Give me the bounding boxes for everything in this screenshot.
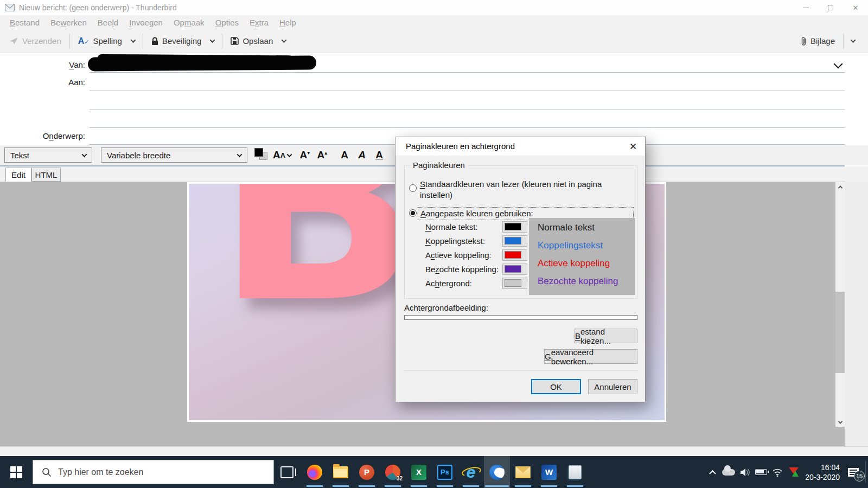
italic-button[interactable]: A [354,147,370,163]
action-center-button[interactable]: 15 [845,456,861,488]
decrease-font-size-button[interactable]: A▾ [297,147,312,163]
wifi-icon [772,468,783,477]
font-size-icon: A [273,149,280,161]
background-image-input[interactable] [404,315,637,320]
taskbar-app-powerpoint[interactable]: P [354,456,380,488]
link-text-color-button[interactable] [502,235,527,247]
attachment-button[interactable]: Bijlage [796,33,840,49]
paragraph-style-select[interactable]: Tekst [4,147,92,163]
tray-volume[interactable] [737,456,753,488]
radio-custom-colors[interactable] [409,209,417,217]
close-button[interactable]: ✕ [843,0,868,15]
tray-expand-button[interactable] [704,456,720,488]
choose-file-button[interactable]: Bestand kiezen... [575,329,637,343]
bold-button[interactable]: A [336,147,353,163]
background-color-button[interactable] [502,278,527,289]
security-dropdown[interactable] [206,36,219,46]
text-color-swatch[interactable] [254,148,263,157]
taskbar-search[interactable] [33,460,274,484]
recipient-field[interactable] [90,110,845,110]
taskbar-app-word[interactable]: W [536,456,562,488]
menu-bewerken[interactable]: Bewerken [45,17,92,28]
taskbar-app-firefox[interactable] [302,456,328,488]
vertical-scrollbar[interactable] [835,182,845,427]
send-button[interactable]: Verzenden [4,33,66,49]
radio-default-colors-label[interactable]: Standaardkleuren van lezer (kleuren niet… [420,179,607,201]
taskbar-app-mail[interactable] [510,456,536,488]
scrollbar-thumb[interactable] [835,292,845,373]
taskbar-app-internet-explorer[interactable]: e [458,456,484,488]
show-desktop-separator[interactable] [865,461,866,483]
tray-antivirus[interactable] [786,456,802,488]
tray-battery[interactable] [753,456,769,488]
menu-help[interactable]: Help [274,17,302,28]
save-dropdown[interactable] [278,36,290,46]
taskbar-app-thunderbird-active[interactable] [484,456,510,488]
running-indicator [437,485,453,487]
radio-default-colors[interactable] [409,184,417,192]
save-button[interactable]: Opslaan [226,33,278,49]
photoshop-icon: Ps [437,465,452,480]
to-label: Aan: [0,78,85,87]
running-indicator [307,485,323,487]
from-field[interactable] [90,72,845,73]
window-controls: ✕ [793,0,868,15]
tab-edit[interactable]: Edit [5,168,31,182]
background-image-label: Achtergrondafbeelding: [404,303,488,312]
word-icon: W [541,465,557,480]
menu-bestand[interactable]: Bestand [4,17,45,28]
dialog-title: Paginakleuren en achtergrond [406,142,515,151]
color-swatch [505,237,521,245]
running-indicator [385,485,401,487]
active-link-color-button[interactable] [502,249,527,261]
minimize-button[interactable] [793,0,818,15]
from-dropdown-chevron-icon[interactable] [834,60,843,69]
preview-active-link: Actieve koppeling [538,258,610,269]
taskbar-app-excel[interactable]: X [406,456,432,488]
cancel-button[interactable]: Annuleren [588,379,637,394]
running-indicator [463,485,479,487]
menu-invoegen[interactable]: Invoegen [124,17,168,28]
spelling-dropdown[interactable] [127,36,139,46]
antivirus-icon [789,467,799,477]
taskbar-app-photoshop[interactable]: Ps [432,456,458,488]
start-button[interactable] [0,456,33,488]
close-icon: ✕ [629,141,637,152]
menu-beeld[interactable]: Beeld [92,17,124,28]
task-view-button[interactable] [274,456,300,488]
security-button[interactable]: Beveiliging [146,33,207,49]
scroll-up-button[interactable] [835,182,845,191]
menu-opmaak[interactable]: Opmaak [168,17,210,28]
dialog-close-button[interactable]: ✕ [624,139,642,154]
search-input[interactable] [58,467,253,477]
scroll-down-button[interactable] [835,418,845,427]
tray-clock[interactable]: 16:04 20-3-2020 [805,463,840,482]
menu-opties[interactable]: Opties [210,17,244,28]
tray-onedrive[interactable] [720,456,737,488]
window-right-gutter [845,182,868,446]
recipient-field[interactable] [90,127,845,128]
taskbar-app-paint32[interactable]: 32 [380,456,406,488]
font-select[interactable]: Variabele breedte [101,147,247,163]
to-field[interactable] [90,91,845,91]
tray-network[interactable] [769,456,786,488]
toolbar-separator [143,34,143,49]
tab-html[interactable]: HTML [31,168,61,182]
menu-extra[interactable]: Extra [244,17,274,28]
visited-link-color-button[interactable] [502,264,527,275]
underline-button[interactable]: A [371,147,387,163]
taskbar-app-notepad[interactable] [562,456,588,488]
running-indicator [567,485,583,487]
increase-font-size-button[interactable]: A▴ [315,147,330,163]
advanced-edit-button[interactable]: Geavanceerd bewerken... [544,349,637,364]
status-bar [0,446,868,456]
color-swatch [505,251,521,259]
spelling-button[interactable]: A✓ Spelling [73,33,127,49]
maximize-button[interactable] [818,0,843,15]
attachment-dropdown[interactable] [847,36,859,46]
normal-text-color-button[interactable] [502,221,527,233]
color-preview-panel: Normale tekst Koppelingstekst Actieve ko… [529,218,635,295]
font-size-button[interactable]: AA [271,147,293,163]
ok-button[interactable]: OK [531,379,581,394]
taskbar-app-explorer[interactable] [328,456,354,488]
